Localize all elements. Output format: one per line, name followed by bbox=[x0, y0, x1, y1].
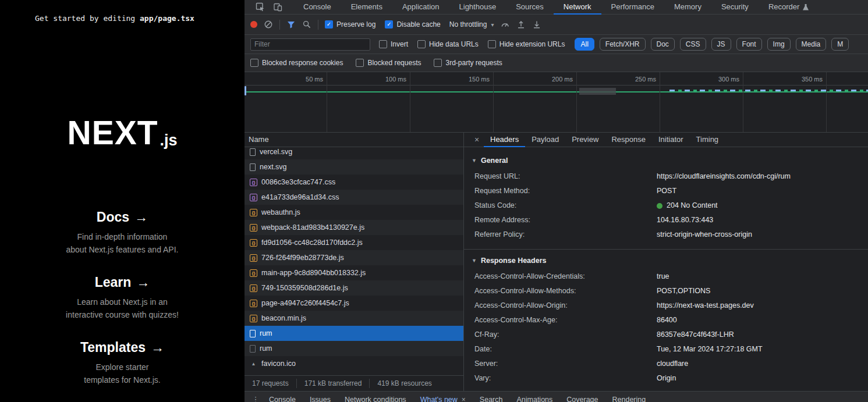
request-row[interactable]: ▲favicon.ico bbox=[245, 356, 463, 371]
request-row[interactable]: vercel.svg bbox=[245, 147, 463, 159]
timeline-activity-dashes bbox=[669, 90, 868, 91]
section-header-response-headers[interactable]: ▼Response Headers bbox=[464, 254, 868, 267]
filter-funnel-icon[interactable] bbox=[286, 20, 296, 29]
type-pill-fetch-xhr[interactable]: Fetch/XHR bbox=[600, 38, 646, 51]
css-file-icon: {} bbox=[250, 194, 257, 201]
network-overview-timeline[interactable]: 50 ms100 ms150 ms200 ms250 ms300 ms350 m… bbox=[245, 72, 868, 133]
main-tab-performance[interactable]: Performance bbox=[601, 0, 664, 15]
checkbox-hide-data-urls[interactable]: Hide data URLs bbox=[417, 40, 479, 48]
drawer-tab-console[interactable]: Console bbox=[262, 396, 303, 402]
clear-network-log-icon[interactable] bbox=[264, 20, 273, 29]
main-tab-elements[interactable]: Elements bbox=[341, 0, 392, 15]
header-row: Remote Address:104.16.80.73:443 bbox=[464, 213, 868, 227]
checkbox-invert[interactable]: Invert bbox=[379, 40, 408, 48]
request-row[interactable]: {}0086c3e3cfcac747.css bbox=[245, 175, 463, 190]
request-row[interactable]: {}fd9d1056-cc48c28d170fddc2.js bbox=[245, 235, 463, 250]
main-tab-lighthouse[interactable]: Lighthouse bbox=[449, 0, 506, 15]
request-row[interactable]: {}beacon.min.js bbox=[245, 311, 463, 326]
main-tab-sources[interactable]: Sources bbox=[506, 0, 554, 15]
drawer-tab-search[interactable]: Search bbox=[473, 396, 510, 402]
drawer-tab-issues[interactable]: Issues bbox=[303, 396, 338, 402]
main-tab-application[interactable]: Application bbox=[392, 0, 449, 15]
main-tab-network[interactable]: Network bbox=[554, 0, 601, 15]
type-pill-js[interactable]: JS bbox=[711, 38, 731, 51]
drawer-tab-label: Rendering bbox=[612, 396, 646, 402]
checkbox-blocked-response-cookies[interactable]: Blocked response cookies bbox=[250, 59, 343, 67]
header-key: Cf-Ray: bbox=[474, 330, 657, 340]
drawer-tab-coverage[interactable]: Coverage bbox=[559, 396, 605, 402]
main-tab-memory[interactable]: Memory bbox=[664, 0, 711, 15]
details-tab-headers[interactable]: Headers bbox=[484, 133, 525, 147]
details-tab-response[interactable]: Response bbox=[605, 133, 652, 147]
main-tab-security[interactable]: Security bbox=[711, 0, 759, 15]
request-row[interactable]: {}726-f264f99eb28773de.js bbox=[245, 250, 463, 265]
checkbox-hide-extension-urls[interactable]: Hide extension URLs bbox=[488, 40, 565, 48]
export-har-icon[interactable] bbox=[532, 20, 541, 29]
checkbox-3rd-party-requests[interactable]: 3rd-party requests bbox=[434, 59, 502, 67]
checkbox-blocked-requests[interactable]: Blocked requests bbox=[356, 59, 421, 67]
header-key: Server: bbox=[474, 359, 657, 369]
header-key: Access-Control-Allow-Origin: bbox=[474, 301, 657, 311]
main-tab-recorder[interactable]: Recorder bbox=[759, 0, 819, 15]
throttling-select[interactable]: No throttling ▾ bbox=[449, 20, 494, 29]
timeline-selection-handle[interactable] bbox=[245, 86, 246, 95]
request-name: webpack-81ad983b4130927e.js bbox=[261, 223, 364, 232]
request-row[interactable]: {}749-150359508d286d1e.js bbox=[245, 280, 463, 296]
request-row[interactable]: {}webpack-81ad983b4130927e.js bbox=[245, 220, 463, 235]
main-tab-label: Memory bbox=[674, 0, 702, 14]
drawer-overflow-menu-icon[interactable]: ⋮ bbox=[249, 395, 262, 402]
request-row[interactable]: {}page-a4947c260f4454c7.js bbox=[245, 296, 463, 311]
type-pill-font[interactable]: Font bbox=[736, 38, 762, 51]
main-tab-console[interactable]: Console bbox=[293, 0, 341, 15]
card-docs[interactable]: Docs→Find in-depth informationabout Next… bbox=[66, 209, 178, 256]
section-header-general[interactable]: ▼General bbox=[464, 154, 868, 167]
details-tab-payload[interactable]: Payload bbox=[525, 133, 565, 147]
drawer-tab-animations[interactable]: Animations bbox=[509, 396, 559, 402]
request-row[interactable]: next.svg bbox=[245, 159, 463, 175]
network-conditions-icon[interactable] bbox=[500, 20, 510, 29]
device-toolbar-icon[interactable] bbox=[269, 0, 286, 15]
request-row[interactable]: {}webauthn.js bbox=[245, 205, 463, 220]
request-row[interactable]: rum bbox=[245, 341, 463, 356]
card-learn[interactable]: Learn→Learn about Next.js in aninteracti… bbox=[66, 275, 179, 321]
import-har-icon[interactable] bbox=[516, 20, 526, 29]
drawer-tab-rendering[interactable]: Rendering bbox=[605, 396, 653, 402]
type-pill-doc[interactable]: Doc bbox=[651, 38, 675, 51]
type-pill-m[interactable]: M bbox=[831, 38, 849, 51]
details-tab-preview[interactable]: Preview bbox=[565, 133, 605, 147]
inspect-element-icon[interactable] bbox=[251, 0, 269, 15]
name-column-header[interactable]: Name bbox=[245, 133, 463, 147]
card-title: Learn→ bbox=[66, 275, 179, 290]
type-pill-media[interactable]: Media bbox=[796, 38, 827, 51]
details-tabbar: × HeadersPayloadPreviewResponseInitiator… bbox=[464, 133, 868, 147]
drawer-tab-what-s-new[interactable]: What's new× bbox=[413, 396, 473, 402]
close-details-icon[interactable]: × bbox=[470, 135, 484, 144]
checkbox-preserve-log[interactable]: ✓Preserve log bbox=[325, 20, 375, 29]
close-drawer-tab-icon[interactable]: × bbox=[462, 396, 466, 402]
request-name: page-a4947c260f4454c7.js bbox=[261, 299, 349, 307]
card-templates[interactable]: Templates→Explore startertemplates for N… bbox=[80, 340, 164, 386]
type-pill-img[interactable]: Img bbox=[767, 38, 791, 51]
request-row[interactable]: rum bbox=[245, 326, 463, 341]
edit-hint: Get started by editing app/page.tsx bbox=[35, 14, 194, 23]
details-tab-timing[interactable]: Timing bbox=[690, 133, 725, 147]
timeline-gridline bbox=[743, 72, 743, 132]
drawer-tabbar: ⋮ ConsoleIssuesNetwork conditionsWhat's … bbox=[245, 392, 868, 402]
request-row[interactable]: {}e41a733de96a1d34.css bbox=[245, 190, 463, 205]
drawer-tab-network-conditions[interactable]: Network conditions bbox=[338, 396, 413, 402]
filter-input[interactable] bbox=[250, 38, 370, 51]
section-title: Response Headers bbox=[481, 257, 547, 265]
timeline-gridline bbox=[410, 72, 410, 132]
details-tab-initiator[interactable]: Initiator bbox=[652, 133, 690, 147]
header-row: Cf-Ray:86357e847c4f643f-LHR bbox=[464, 328, 868, 342]
request-name: rum bbox=[260, 344, 272, 353]
request-row[interactable]: {}main-app-9c8d8904bb018332.js bbox=[245, 265, 463, 280]
checkbox-disable-cache[interactable]: ✓Disable cache bbox=[385, 20, 440, 29]
type-pill-all[interactable]: All bbox=[575, 38, 594, 51]
request-name: beacon.min.js bbox=[261, 314, 306, 322]
record-network-log-button[interactable] bbox=[250, 21, 257, 28]
document-file-icon bbox=[250, 330, 256, 337]
request-name: next.svg bbox=[260, 163, 287, 171]
type-pill-css[interactable]: CSS bbox=[680, 38, 706, 51]
search-icon[interactable] bbox=[302, 20, 311, 29]
